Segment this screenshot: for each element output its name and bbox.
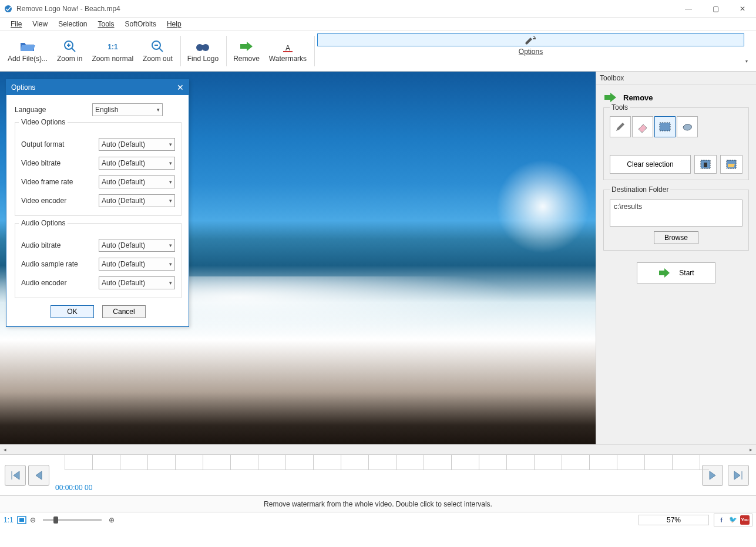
audio-samplerate-select[interactable]: Auto (Default)▾: [99, 258, 175, 271]
zoom-out-button[interactable]: Zoom out: [139, 33, 177, 69]
toolbox-header: Toolbox: [596, 72, 756, 85]
audio-bitrate-select[interactable]: Auto (Default)▾: [99, 239, 175, 252]
folder-open-icon: [20, 39, 35, 54]
fit-icon[interactable]: [17, 516, 26, 524]
wrench-icon: [523, 34, 539, 47]
clear-selection-button[interactable]: Clear selection: [610, 155, 691, 174]
zoom-in-icon: [62, 39, 78, 54]
svg-text:A: A: [285, 44, 290, 52]
video-framerate-select[interactable]: Auto (Default)▾: [99, 175, 175, 188]
progress-percent: 57%: [639, 515, 709, 525]
tool-pencil[interactable]: [610, 116, 631, 137]
output-format-select[interactable]: Auto (Default)▾: [99, 138, 175, 151]
remove-button[interactable]: Remove: [229, 33, 264, 69]
audio-options-group: Audio Options Audio bitrateAuto (Default…: [15, 223, 182, 298]
timeline: 00:00:00 00: [0, 454, 756, 495]
browse-button[interactable]: Browse: [654, 231, 698, 244]
start-button[interactable]: Start: [637, 262, 715, 283]
video-options-group: Video Options Output formatAuto (Default…: [15, 122, 182, 216]
title-bar: Remove Logo Now! - Beach.mp4 — ▢ ✕: [0, 0, 756, 18]
timecode: 00:00:00 00: [55, 484, 92, 492]
app-icon: [4, 4, 13, 13]
binoculars-icon: [195, 39, 210, 54]
tools-group: Tools Clear selection: [603, 107, 749, 180]
video-encoder-select[interactable]: Auto (Default)▾: [99, 194, 175, 207]
maximize-button[interactable]: ▢: [702, 0, 729, 18]
tool-eraser[interactable]: [632, 116, 653, 137]
language-select[interactable]: English▾: [92, 103, 163, 116]
zoom-in-button[interactable]: Zoom in: [53, 33, 86, 69]
facebook-icon[interactable]: f: [717, 515, 726, 525]
toolbox-panel: Toolbox Remove Tools Clear selection: [596, 72, 756, 444]
zoom-ratio[interactable]: 1:1: [4, 516, 14, 524]
svg-rect-14: [19, 518, 24, 522]
add-files-button[interactable]: Add File(s)...: [4, 33, 52, 69]
arrow-right-icon: [238, 39, 254, 54]
window-title: Remove Logo Now! - Beach.mp4: [16, 5, 120, 13]
toolbox-title: Remove: [623, 93, 653, 102]
save-selection-button[interactable]: [694, 155, 717, 174]
destination-group: Destination Folder c:\results Browse: [603, 190, 749, 251]
video-bitrate-select[interactable]: Auto (Default)▾: [99, 157, 175, 170]
hint-text: Remove watermark from the whole video. D…: [0, 495, 756, 512]
dialog-title: Options: [11, 83, 35, 92]
menu-view[interactable]: View: [28, 19, 52, 29]
youtube-icon[interactable]: You: [740, 515, 750, 525]
menu-file[interactable]: File: [6, 19, 26, 29]
scroll-left[interactable]: ◂: [0, 445, 10, 455]
text-a-icon: A: [280, 39, 295, 54]
menu-softorbits[interactable]: SoftOrbits: [120, 19, 161, 29]
find-logo-button[interactable]: Find Logo: [183, 33, 223, 69]
svg-point-0: [5, 5, 12, 12]
cancel-button[interactable]: Cancel: [102, 305, 146, 318]
svg-rect-9: [660, 123, 670, 131]
zoom-plus-icon[interactable]: ⊕: [109, 516, 115, 524]
go-end-button[interactable]: [728, 465, 749, 486]
options-button[interactable]: Options: [317, 33, 744, 46]
zoom-minus-icon[interactable]: ⊖: [30, 516, 36, 524]
close-button[interactable]: ✕: [729, 0, 756, 18]
twitter-icon[interactable]: 🐦: [728, 515, 738, 525]
zoom-11-icon: 1:1: [105, 39, 120, 54]
timeline-ruler[interactable]: [65, 455, 709, 470]
dialog-close-button[interactable]: ✕: [177, 83, 184, 92]
watermarks-button[interactable]: A Watermarks: [265, 33, 311, 69]
toolbar-overflow[interactable]: ▾: [745, 33, 752, 69]
arrow-right-icon: [603, 91, 617, 104]
language-label: Language: [15, 106, 92, 114]
tool-marquee[interactable]: [654, 116, 676, 137]
svg-rect-8: [283, 51, 293, 52]
zoom-slider[interactable]: [43, 519, 102, 521]
prev-frame-button[interactable]: [28, 465, 49, 486]
audio-encoder-select[interactable]: Auto (Default)▾: [99, 276, 175, 289]
arrow-right-icon: [658, 267, 671, 279]
destination-input[interactable]: c:\results: [610, 200, 742, 227]
zoom-out-icon: [150, 39, 165, 54]
zoom-normal-button[interactable]: 1:1 Zoom normal: [88, 33, 137, 69]
menu-help[interactable]: Help: [162, 19, 186, 29]
main-toolbar: Add File(s)... Zoom in 1:1 Zoom normal Z…: [0, 31, 756, 72]
minimize-button[interactable]: —: [675, 0, 702, 18]
svg-rect-11: [704, 163, 707, 167]
svg-rect-6: [200, 45, 205, 48]
menu-tools[interactable]: Tools: [93, 19, 119, 29]
tool-lasso[interactable]: [677, 116, 698, 137]
menu-selection[interactable]: Selection: [53, 19, 92, 29]
menu-bar: File View Selection Tools SoftOrbits Hel…: [0, 18, 756, 31]
go-start-button[interactable]: [5, 465, 26, 486]
options-dialog: Options ✕ Language English▾ Video Option…: [6, 79, 189, 327]
svg-text:1:1: 1:1: [107, 43, 118, 51]
status-bar: 1:1 ⊖ ⊕ 57% f 🐦 You: [0, 512, 756, 527]
horizontal-scrollbar[interactable]: ◂ ▸: [0, 444, 756, 454]
ok-button[interactable]: OK: [51, 305, 94, 318]
load-selection-button[interactable]: [720, 155, 742, 174]
scroll-right[interactable]: ▸: [746, 445, 756, 455]
